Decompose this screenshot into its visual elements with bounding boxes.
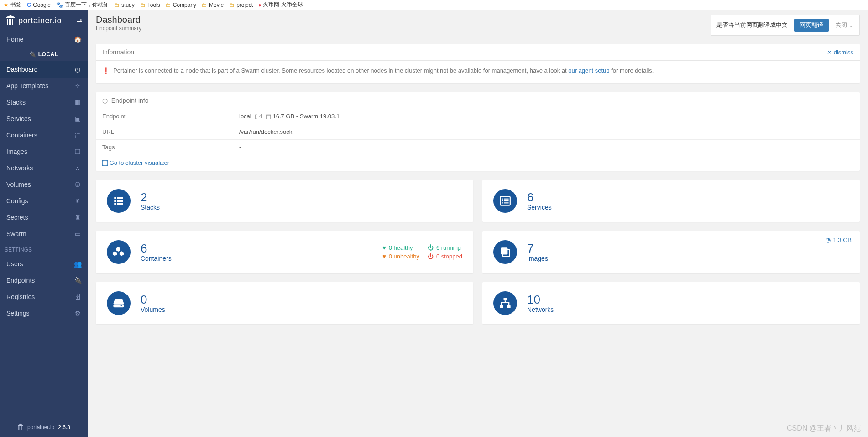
sidebar-item-secrets[interactable]: Secrets ♜ — [0, 209, 88, 226]
chart-pie-icon: ◔ — [826, 237, 831, 243]
cluster-visualizer-link[interactable]: Go to cluster visualizer — [96, 155, 860, 171]
sidebar-toggle-icon[interactable]: ⇄ — [77, 17, 82, 24]
tags-label: Tags — [96, 140, 233, 155]
tachometer-icon: ◷ — [74, 66, 81, 73]
heartbeat-icon: ♥ — [382, 253, 386, 260]
logo[interactable]: portainer.io — [5, 15, 62, 26]
list-alt-icon: ▣ — [74, 115, 81, 122]
sidebar-endpoint-local[interactable]: 🔌 LOCAL — [0, 47, 88, 61]
sidebar-item-volumes[interactable]: Volumes ⛁ — [0, 176, 88, 193]
sidebar-item-label: Volumes — [6, 181, 31, 188]
sidebar-item-label: Configs — [6, 197, 28, 205]
sidebar-item-settings[interactable]: Settings ⚙ — [0, 305, 88, 321]
bookmark-tools[interactable]: 🗀Tools — [140, 2, 160, 8]
sidebar-item-dashboard[interactable]: Dashboard ◷ — [0, 61, 88, 78]
volumes-count: 0 — [141, 293, 165, 306]
information-title: Information — [102, 48, 134, 56]
bookmark-star[interactable]: ★书签 — [4, 1, 21, 9]
page-title: Dashboard — [96, 15, 141, 25]
sidebar-item-images[interactable]: Images ❐ — [0, 143, 88, 160]
cogs-icon: ⚙ — [74, 310, 81, 317]
svg-rect-16 — [507, 305, 511, 308]
translate-prompt: 是否将当前网页翻译成中文 — [716, 21, 788, 29]
sidebar-item-containers[interactable]: Containers ⬚ — [0, 127, 88, 143]
sidebar-item-label: Containers — [6, 132, 37, 139]
containers-label: Containers — [141, 255, 172, 262]
svg-rect-4 — [107, 165, 108, 166]
sidebar-item-configs[interactable]: Configs 🗎 — [0, 193, 88, 209]
dashboard-tiles: 2 Stacks 6 Services 6 — [88, 175, 868, 329]
sidebar-item-label: Services — [6, 115, 31, 122]
dismiss-button[interactable]: ✕ dismiss — [827, 49, 853, 56]
memory-icon: ▤ — [266, 113, 271, 120]
endpoint-info-table: Endpoint local ▯ 4 ▤ 16.7 GB - Swarm 19.… — [96, 109, 860, 155]
url-label: URL — [96, 124, 233, 140]
sidebar-item-app-templates[interactable]: App Templates ✧ — [0, 78, 88, 94]
tags-value: - — [233, 140, 860, 155]
bookmark-study[interactable]: 🗀study — [114, 2, 135, 8]
object-group-icon: ▭ — [74, 230, 81, 237]
browser-bookmark-bar: ★书签 GGoogle 🐾百度一下，你就知 🗀study 🗀Tools 🗀Com… — [0, 0, 868, 10]
sidebar-item-networks[interactable]: Networks ⛬ — [0, 160, 88, 176]
bookmark-google[interactable]: GGoogle — [27, 2, 51, 8]
chevron-down-icon: ⌄ — [849, 22, 854, 29]
sidebar-item-home[interactable]: Home 🏠 — [0, 31, 88, 47]
footer-version: 2.6.3 — [58, 424, 70, 431]
brand-text: portainer.io — [18, 16, 62, 26]
sidebar-settings-heading: SETTINGS — [0, 242, 88, 256]
heartbeat-icon: ♥ — [382, 244, 386, 251]
translate-close[interactable]: 关闭 ⌄ — [835, 21, 854, 29]
networks-label: Networks — [527, 306, 554, 313]
bookmark-movie[interactable]: 🗀Movie — [202, 2, 224, 8]
th-list-icon: ▦ — [74, 99, 81, 106]
main: Dashboard Endpoint summary 是否将当前网页翻译成中文 … — [88, 10, 868, 437]
stacks-label: Stacks — [141, 204, 160, 211]
images-count: 7 — [527, 242, 548, 255]
object-group-icon — [102, 160, 108, 166]
sidebar-header: portainer.io ⇄ — [0, 10, 88, 31]
endpoint-info-panel: ◷ Endpoint info Endpoint local ▯ 4 ▤ 16.… — [96, 92, 860, 171]
tile-containers[interactable]: 6 Containers ♥0 healthy ⏻6 running ♥0 un… — [96, 231, 473, 273]
users-icon: 👥 — [74, 260, 81, 268]
tile-networks[interactable]: 10 Networks — [482, 282, 860, 324]
sidebar-item-label: Endpoints — [6, 277, 35, 284]
portainer-footer-icon — [17, 423, 24, 432]
tile-volumes[interactable]: 0 Volumes — [96, 282, 473, 324]
svg-rect-7 — [504, 199, 509, 200]
bookmark-huobi[interactable]: ♦火币网-火币全球 — [258, 1, 303, 9]
endpoint-label: Endpoint — [96, 109, 233, 124]
bookmark-company[interactable]: 🗀Company — [166, 2, 196, 8]
sidebar: portainer.io ⇄ Home 🏠 🔌 LOCAL Dashboard … — [0, 10, 88, 437]
plug-icon: 🔌 — [29, 51, 38, 58]
url-value: /var/run/docker.sock — [233, 124, 860, 140]
sidebar-item-registries[interactable]: Registries 🗄 — [0, 289, 88, 305]
bookmark-baidu[interactable]: 🐾百度一下，你就知 — [56, 1, 109, 9]
svg-rect-0 — [103, 161, 108, 166]
stacks-count: 2 — [141, 191, 160, 204]
tachometer-icon: ◷ — [102, 97, 108, 104]
svg-rect-2 — [107, 160, 108, 161]
sidebar-item-swarm[interactable]: Swarm ▭ — [0, 226, 88, 242]
tile-services[interactable]: 6 Services — [482, 180, 860, 222]
clone-icon — [493, 240, 517, 264]
sidebar-item-services[interactable]: Services ▣ — [0, 111, 88, 127]
sidebar-item-endpoints[interactable]: Endpoints 🔌 — [0, 272, 88, 289]
translate-button[interactable]: 网页翻译 — [794, 19, 829, 32]
svg-rect-8 — [502, 200, 503, 201]
sidebar-item-label: Stacks — [6, 99, 26, 106]
sidebar-item-label: Networks — [6, 164, 33, 172]
networks-count: 10 — [527, 293, 554, 306]
sidebar-item-label: Secrets — [6, 214, 28, 221]
agent-setup-link[interactable]: our agent setup — [568, 67, 609, 74]
sidebar-item-label: Registries — [6, 293, 35, 300]
sidebar-item-label: Home — [6, 36, 23, 43]
tile-images[interactable]: ◔1.3 GB 7 Images — [482, 231, 860, 273]
sidebar-item-users[interactable]: Users 👥 — [0, 256, 88, 272]
tile-stacks[interactable]: 2 Stacks — [96, 180, 473, 222]
bookmark-project[interactable]: 🗀project — [229, 2, 253, 8]
table-row: Endpoint local ▯ 4 ▤ 16.7 GB - Swarm 19.… — [96, 109, 860, 124]
microchip-icon: ▯ — [255, 113, 258, 120]
sidebar-item-stacks[interactable]: Stacks ▦ — [0, 94, 88, 111]
user-secret-icon: ♜ — [74, 214, 81, 221]
rocket-icon: ✧ — [74, 82, 81, 90]
